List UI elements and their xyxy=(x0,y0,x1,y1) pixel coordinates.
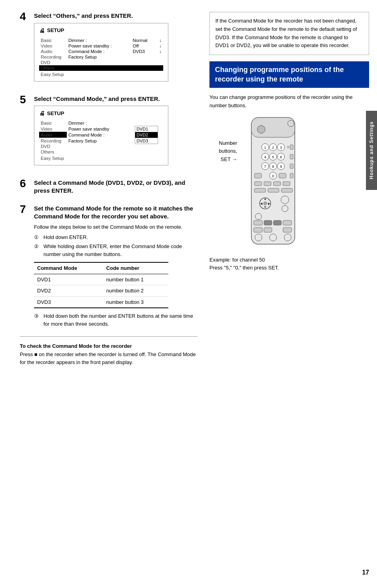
step-7-number: 7 xyxy=(20,204,34,215)
table-row: DVD1 number button 1 xyxy=(34,274,168,285)
svg-text:▶: ▶ xyxy=(268,202,271,205)
svg-rect-51 xyxy=(283,220,292,225)
step-4-title: Select “Others,” and press ENTER. xyxy=(34,12,198,20)
cat-cell: DVD xyxy=(39,144,67,149)
setup-table-1: Basic Dimmer : Normal ↓ Video Power save… xyxy=(39,38,163,77)
cat-cell: Audio xyxy=(39,49,67,54)
check-title: To check the Command Mode for the record… xyxy=(20,343,198,349)
svg-rect-36 xyxy=(268,188,279,192)
note-box: If the Command Mode for the recorder has… xyxy=(209,12,369,55)
cat-cell: Video xyxy=(39,126,67,132)
step-6-number: 6 xyxy=(20,178,34,189)
table-row: DVD xyxy=(39,60,163,65)
setup-icon-1: 🖨 xyxy=(39,27,45,34)
svg-rect-18 xyxy=(290,154,293,159)
mode-cell: DVD2 xyxy=(34,285,103,297)
table-row: Audio Command Mode : DVD3 ↓ xyxy=(39,49,163,54)
step-7-follow: Follow the steps below to set the Comman… xyxy=(34,223,198,231)
table-row: DVD xyxy=(39,144,163,149)
step-7-body: Follow the steps below to set the Comman… xyxy=(34,223,198,328)
svg-rect-32 xyxy=(264,182,271,186)
item-cell: Power save standby xyxy=(67,126,135,132)
table-row: DVD2 number button 2 xyxy=(34,285,168,297)
setup-table-2: Basic Dimmer : Video Power save standby … xyxy=(39,120,163,161)
step-5-title: Select “Command Mode,” and press ENTER. xyxy=(34,95,198,103)
check-body: Press ■ on the recorder when the recorde… xyxy=(20,351,198,366)
val-cell: DVD3 xyxy=(131,49,156,54)
cat-cell: Recording xyxy=(39,138,67,144)
svg-rect-26 xyxy=(254,173,262,178)
svg-text:+: + xyxy=(287,144,289,150)
svg-rect-29 xyxy=(279,173,286,178)
svg-rect-53 xyxy=(264,228,272,232)
col-header-mode: Command Mode xyxy=(34,262,103,274)
sidebar-label: Hookups and Settings xyxy=(366,111,377,190)
example-text: Example: for channel 50 Press "5," "0," … xyxy=(209,256,369,273)
svg-rect-50 xyxy=(273,220,281,225)
step-6-content: Select a Command Mode (DVD1, DVD2, or DV… xyxy=(34,179,198,197)
setup-header-2: 🖨 SETUP xyxy=(39,110,163,116)
sub-step-3-text: Hold down both the number and ENTER butt… xyxy=(43,312,198,328)
page-number: 17 xyxy=(362,569,369,576)
val-cell: Normal xyxy=(131,38,156,43)
code-cell: number button 1 xyxy=(103,274,168,285)
right-body: You can change programme positions of th… xyxy=(209,93,369,110)
item-cell: Command Mode : xyxy=(67,49,131,54)
svg-text:8: 8 xyxy=(272,165,274,169)
arrow-cell: ↓ xyxy=(156,43,163,49)
step-7: 7 Set the Command Mode for the remote so… xyxy=(20,205,198,329)
step-5-number: 5 xyxy=(20,94,34,105)
item-cell: Dimmer : xyxy=(67,120,135,126)
svg-rect-35 xyxy=(254,188,266,192)
step-5: 5 Select “Command Mode,” and press ENTER… xyxy=(20,95,198,172)
svg-rect-33 xyxy=(273,182,281,186)
sub-step-3: ③ Hold down both the number and ENTER bu… xyxy=(34,312,198,328)
check-section: To check the Command Mode for the record… xyxy=(20,343,198,366)
dropdown-dvd2: DVD2 xyxy=(135,132,158,138)
svg-rect-30 xyxy=(290,173,293,178)
cat-cell: Easy Setup xyxy=(39,72,67,77)
step-4-number: 4 xyxy=(20,11,34,22)
svg-text:3: 3 xyxy=(280,146,282,150)
setup-box-2: 🖨 SETUP Basic Dimmer : Video xyxy=(34,106,168,165)
table-row: Video Power save standby DVD1 xyxy=(39,126,163,132)
table-row: Recording Factory Setup xyxy=(39,54,163,60)
code-cell: number button 3 xyxy=(103,296,168,308)
table-row: Audio Command Mode : DVD2 xyxy=(39,132,163,138)
table-row: Basic Dimmer : Normal ↓ xyxy=(39,38,163,43)
item-cell: Factory Setup xyxy=(67,54,131,60)
svg-rect-52 xyxy=(254,228,262,232)
svg-rect-11 xyxy=(290,145,293,150)
setup-header-1: 🖨 SETUP xyxy=(39,27,163,34)
mode-cell: DVD3 xyxy=(34,296,103,308)
remote-label: Numberbuttons,SET → xyxy=(209,139,237,164)
mode-cell: DVD1 xyxy=(34,274,103,285)
svg-text:9: 9 xyxy=(280,165,282,169)
dropdown-dvd1: DVD1 xyxy=(135,126,158,132)
svg-rect-54 xyxy=(283,228,292,232)
setup-box-1: 🖨 SETUP Basic Dimmer : Normal ↓ xyxy=(34,23,168,82)
remote-arrow: → xyxy=(232,156,237,164)
cat-cell: Audio xyxy=(39,132,67,138)
svg-text:6: 6 xyxy=(280,155,282,159)
example-line1: Example: for channel 50 xyxy=(209,256,369,264)
item-cell: Command Mode : xyxy=(67,132,135,138)
setup-title-2: SETUP xyxy=(47,110,64,116)
table-row: Recording Factory Setup DVD3 xyxy=(39,138,163,144)
step-6: 6 Select a Command Mode (DVD1, DVD2, or … xyxy=(20,179,198,197)
sub-step-1: ① Hold down ENTER. xyxy=(34,233,198,241)
sub-step-1-text: Hold down ENTER. xyxy=(43,233,88,241)
dropdown-dvd3: DVD3 xyxy=(135,138,158,144)
sub-step-2: ② While holding down ENTER, enter the Co… xyxy=(34,243,198,258)
divider xyxy=(20,336,198,337)
sub-step-2-text: While holding down ENTER, enter the Comm… xyxy=(43,243,198,258)
sub-step-2-num: ② xyxy=(34,243,41,258)
step-7-content: Set the Command Mode for the remote so i… xyxy=(34,205,198,329)
remote-section: Numberbuttons,SET → 1 xyxy=(209,116,369,251)
svg-text:2: 2 xyxy=(272,146,274,150)
svg-rect-31 xyxy=(254,182,262,186)
svg-rect-34 xyxy=(283,182,290,186)
svg-text:◀: ◀ xyxy=(260,202,263,205)
step-6-title: Select a Command Mode (DVD1, DVD2, or DV… xyxy=(34,179,198,194)
step-5-content: Select “Command Mode,” and press ENTER. … xyxy=(34,95,198,172)
